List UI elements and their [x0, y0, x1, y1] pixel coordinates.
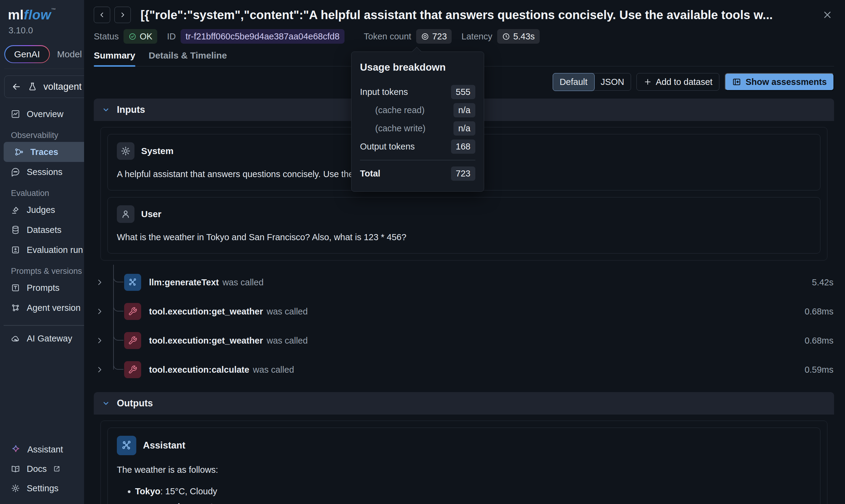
list-item: Tokyo: 15°C, Cloudy	[135, 485, 811, 498]
token-count-label: Token count	[364, 32, 411, 41]
trademark: ™	[51, 7, 56, 13]
assistant-intro: The weather is as follows:	[117, 464, 811, 476]
view-mode-segmented: Default JSON	[553, 73, 631, 91]
span-row-llm-generatetext[interactable]: llm:generateText was called 5.42s	[94, 268, 834, 297]
text-box-icon	[11, 283, 20, 292]
wrench-icon	[124, 332, 141, 349]
chat-bubble-icon	[11, 167, 20, 177]
popup-title: Usage breakdown	[360, 61, 475, 73]
usage-row-cache-read: (cache read) n/a	[360, 101, 475, 119]
sidebar-item-label: Docs	[27, 464, 47, 474]
usage-value-badge: 555	[451, 85, 475, 99]
token-count-badge[interactable]: 723	[416, 29, 452, 44]
tree-elbow	[113, 328, 123, 341]
sidebar-item-judges[interactable]: Judges	[0, 200, 84, 220]
gear-icon	[11, 484, 20, 493]
status-label: Status	[94, 32, 119, 41]
span-row-tool-get-weather-1[interactable]: tool.execution:get_weather was called 0.…	[94, 297, 834, 326]
trace-header: [{"role":"system","content":"A helpful a…	[94, 7, 834, 23]
assistant-message-text: The weather is as follows: Tokyo: 15°C, …	[117, 464, 811, 504]
external-link-icon	[53, 465, 61, 473]
llm-icon	[117, 436, 136, 455]
sidebar-item-traces[interactable]: Traces	[4, 142, 84, 162]
sidebar-item-label: Settings	[27, 483, 58, 493]
database-icon	[11, 225, 20, 234]
chart-icon	[11, 109, 20, 119]
next-trace-button[interactable]	[115, 7, 131, 23]
sidebar-item-label: Sessions	[27, 167, 63, 177]
sidebar-item-ai-gateway[interactable]: AI Gateway	[0, 329, 84, 349]
section-evaluation: Evaluation	[11, 188, 84, 198]
latency-label: Latency	[461, 32, 492, 41]
target-icon	[421, 33, 429, 41]
experiment-flask-icon	[28, 82, 37, 92]
chevron-right-icon[interactable]	[95, 365, 104, 374]
section-observability: Observability	[11, 131, 84, 140]
clock-icon	[502, 33, 510, 41]
status-badge: OK	[123, 29, 157, 44]
show-assessments-button[interactable]: Show assessments	[725, 73, 834, 91]
sidebar-item-evaluation-runs[interactable]: Evaluation run	[0, 240, 84, 260]
trace-meta-row: Status OK ID tr-f21bff060c5be9d4ae387aa0…	[94, 29, 834, 44]
id-label: ID	[167, 32, 176, 41]
experiment-header[interactable]: voltagent	[4, 75, 84, 98]
usage-value-badge: 723	[451, 166, 475, 181]
add-to-dataset-button[interactable]: Add to dataset	[637, 73, 719, 91]
assistant-message-card: Assistant The weather is as follows: Tok…	[107, 428, 821, 504]
sidebar-item-label: Traces	[30, 147, 58, 157]
user-message-text: What is the weather in Tokyo and San Fra…	[117, 231, 811, 244]
sidebar-item-overview[interactable]: Overview	[0, 104, 84, 124]
sidebar-item-label: Datasets	[27, 225, 61, 235]
chevron-right-icon[interactable]	[95, 278, 104, 287]
back-arrow-icon[interactable]	[11, 82, 21, 92]
network-nodes-icon	[11, 303, 20, 312]
popup-divider	[360, 160, 475, 160]
sidebar-item-agent-versions[interactable]: Agent version	[0, 298, 84, 318]
sidebar-item-label: Evaluation run	[27, 245, 83, 255]
sidebar-item-docs[interactable]: Docs	[0, 459, 84, 479]
tree-elbow	[113, 357, 123, 370]
check-circle-icon	[128, 33, 137, 41]
view-default-segment[interactable]: Default	[553, 73, 594, 91]
logo-ml-text: ml	[8, 7, 24, 22]
weather-list: Tokyo: 15°C, Cloudy San Francisco: 18°C,…	[117, 485, 811, 504]
sidebar-item-prompts[interactable]: Prompts	[0, 278, 84, 298]
chevron-down-icon	[102, 399, 110, 408]
view-json-segment[interactable]: JSON	[594, 73, 631, 90]
sidebar-item-label: Prompts	[27, 283, 59, 293]
close-icon[interactable]	[821, 8, 834, 21]
latency-badge: 5.43s	[497, 29, 540, 44]
sidebar-bottom: Assistant Docs Settings	[0, 440, 84, 504]
outputs-section-header[interactable]: Outputs	[94, 392, 834, 415]
llm-icon	[124, 274, 141, 291]
span-row-tool-get-weather-2[interactable]: tool.execution:get_weather was called 0.…	[94, 326, 834, 355]
trace-id-badge[interactable]: tr-f21bff060c5be9d4ae387aa04e68cfd8	[180, 29, 344, 44]
chevron-right-icon[interactable]	[95, 336, 104, 345]
usage-row-total: Total 723	[360, 165, 475, 183]
tab-genai[interactable]: GenAI	[4, 45, 50, 63]
tab-details-timeline[interactable]: Details & Timeline	[149, 50, 227, 66]
panel-left-arrow-icon	[732, 77, 741, 86]
sidebar-item-assistant[interactable]: Assistant	[0, 440, 84, 459]
sidebar-item-label: Judges	[27, 205, 55, 215]
sidebar: mlflow™ 3.10.0 GenAI Model tra voltagent…	[0, 0, 84, 504]
sidebar-item-settings[interactable]: Settings	[0, 479, 84, 498]
gavel-icon	[11, 205, 20, 214]
wrench-icon	[124, 361, 141, 378]
outputs-section: Outputs Assistant The weather is as foll…	[94, 392, 834, 504]
list-item: San Francisco: 18°C, Foggy	[135, 501, 811, 504]
sparkle-icon	[11, 445, 21, 454]
span-row-tool-calculate[interactable]: tool.execution:calculate was called 0.59…	[94, 355, 834, 384]
tab-model-training[interactable]: Model tra	[57, 49, 84, 59]
sidebar-item-sessions[interactable]: Sessions	[0, 162, 84, 182]
chevron-right-icon[interactable]	[95, 307, 104, 316]
book-icon	[11, 464, 20, 473]
usage-value-badge: 168	[451, 140, 475, 154]
tab-summary[interactable]: Summary	[94, 50, 135, 66]
usage-value-badge: n/a	[453, 103, 475, 118]
sidebar-item-datasets[interactable]: Datasets	[0, 220, 84, 240]
span-list: llm:generateText was called 5.42s tool.e…	[94, 265, 834, 387]
version-label: 3.10.0	[0, 22, 84, 35]
span-duration: 0.68ms	[805, 307, 834, 317]
prev-trace-button[interactable]	[94, 7, 110, 23]
